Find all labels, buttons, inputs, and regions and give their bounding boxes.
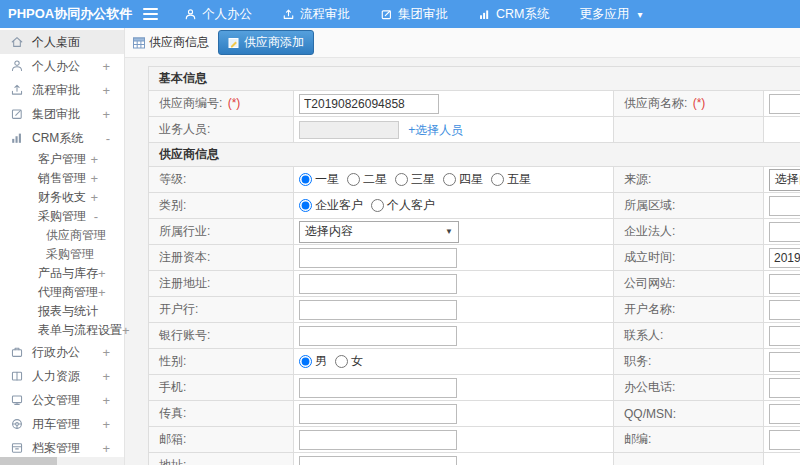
radio-option[interactable]: 一星 xyxy=(299,171,339,188)
sidebar-item-group-approval[interactable]: 集团审批 + xyxy=(0,102,124,126)
radio-option[interactable]: 女 xyxy=(335,353,363,370)
sidebar-item-document-mgmt[interactable]: 公文管理 + xyxy=(0,388,124,412)
menu-toggle-icon[interactable] xyxy=(143,8,158,20)
tab-bar: 供应商信息 供应商添加 xyxy=(125,28,800,58)
sidebar-item-label: 产品与库存 xyxy=(38,265,98,282)
radio-option[interactable]: 个人客户 xyxy=(371,197,435,214)
expander[interactable]: + xyxy=(98,266,106,281)
topnav-item-crm[interactable]: CRM系统 xyxy=(478,6,549,23)
radio-option[interactable]: 二星 xyxy=(347,171,387,188)
sidebar-item-purchasing[interactable]: 采购管理 xyxy=(0,245,124,264)
radio-label: 二星 xyxy=(363,171,387,188)
sidebar-item-personal-office[interactable]: 个人办公 + xyxy=(0,54,124,78)
gender-radio[interactable] xyxy=(299,355,312,368)
label-text: 注册地址: xyxy=(159,276,210,290)
sidebar-scrollbar-thumb[interactable] xyxy=(0,457,57,465)
topnav-item-process-approval[interactable]: 流程审批 xyxy=(282,6,350,23)
expander[interactable]: + xyxy=(122,323,130,338)
sidebar-item-form-flow-settings[interactable]: 表单与流程设置 + xyxy=(0,321,124,340)
topnav-item-group-approval[interactable]: 集团审批 xyxy=(380,6,448,23)
fax-input[interactable] xyxy=(299,404,457,424)
expander[interactable]: + xyxy=(102,393,110,408)
expander[interactable]: + xyxy=(102,441,110,456)
region-input[interactable] xyxy=(769,196,800,216)
position-input[interactable] xyxy=(769,352,800,372)
sidebar-item-hr[interactable]: 人力资源 + xyxy=(0,364,124,388)
expander[interactable]: + xyxy=(102,83,110,98)
level-radio[interactable] xyxy=(395,173,408,186)
sidebar-item-sales-mgmt[interactable]: 销售管理 + xyxy=(0,169,124,188)
zip-code-input[interactable] xyxy=(769,430,800,450)
level-radio[interactable] xyxy=(443,173,456,186)
sidebar-item-label: 销售管理 xyxy=(38,170,86,187)
qq-msn-input[interactable] xyxy=(769,404,800,424)
mobile-input[interactable] xyxy=(299,378,457,398)
sales-person-input[interactable] xyxy=(299,121,399,139)
sidebar-item-product-inventory[interactable]: 产品与库存 + xyxy=(0,264,124,283)
radio-option[interactable]: 男 xyxy=(299,353,327,370)
sidebar-item-vehicle-mgmt[interactable]: 用车管理 + xyxy=(0,412,124,436)
choose-person-link[interactable]: +选择人员 xyxy=(408,123,463,137)
bank-account-input[interactable] xyxy=(299,326,457,346)
sidebar-item-admin-office[interactable]: 行政办公 + xyxy=(0,340,124,364)
label-text: 地址: xyxy=(159,458,186,465)
topnav-item-personal-office[interactable]: 个人办公 xyxy=(184,6,252,23)
radio-option[interactable]: 四星 xyxy=(443,171,483,188)
sidebar-item-agent-mgmt[interactable]: 代理商管理 + xyxy=(0,283,124,302)
sidebar-item-purchase-mgmt[interactable]: 采购管理 - xyxy=(0,207,124,226)
tab-supplier-add[interactable]: 供应商添加 xyxy=(218,30,314,55)
supplier-name-input[interactable] xyxy=(769,94,800,114)
expander[interactable]: + xyxy=(102,345,110,360)
radio-option[interactable]: 企业客户 xyxy=(299,197,363,214)
account-name-input[interactable] xyxy=(769,300,800,320)
established-date-input[interactable] xyxy=(769,248,800,268)
legal-person-cell xyxy=(764,219,800,245)
level-radio[interactable] xyxy=(347,173,360,186)
sidebar-item-process-approval[interactable]: 流程审批 + xyxy=(0,78,124,102)
registered-capital-input[interactable] xyxy=(299,248,457,268)
expander[interactable]: - xyxy=(94,209,98,224)
row-bankaccount-contact: 银行账号: 联系人: xyxy=(149,323,800,349)
expander[interactable]: + xyxy=(102,107,110,122)
website-input[interactable] xyxy=(769,274,800,294)
expander[interactable]: + xyxy=(102,369,110,384)
level-radio[interactable] xyxy=(491,173,504,186)
source-select[interactable]: 选择内容 ▼ xyxy=(769,169,800,191)
category-radio[interactable] xyxy=(299,199,312,212)
bank-input[interactable] xyxy=(299,300,457,320)
email-input[interactable] xyxy=(299,430,457,450)
account-name-cell xyxy=(764,297,800,323)
tab-supplier-list[interactable]: 供应商信息 xyxy=(133,34,209,51)
expander[interactable]: + xyxy=(102,417,110,432)
sidebar-item-supplier-mgmt[interactable]: 供应商管理 xyxy=(0,226,124,245)
expander[interactable]: + xyxy=(90,171,98,186)
sidebar-item-crm[interactable]: CRM系统 - xyxy=(0,126,124,150)
sidebar-item-finance[interactable]: 财务收支 + xyxy=(0,188,124,207)
radio-label: 企业客户 xyxy=(315,197,363,214)
expander[interactable]: + xyxy=(90,152,98,167)
sidebar-item-personal-desktop[interactable]: 个人桌面 xyxy=(0,30,124,54)
office-phone-input[interactable] xyxy=(769,378,800,398)
category-radio[interactable] xyxy=(371,199,384,212)
registered-address-input[interactable] xyxy=(299,274,457,294)
radio-option[interactable]: 五星 xyxy=(491,171,531,188)
expander[interactable]: + xyxy=(90,190,98,205)
address-input[interactable] xyxy=(299,456,457,465)
row-mobile-officephone: 手机: 办公电话: xyxy=(149,375,800,401)
contact-input[interactable] xyxy=(769,326,800,346)
label-text: 手机: xyxy=(159,380,186,394)
sidebar-item-customer-mgmt[interactable]: 客户管理 + xyxy=(0,150,124,169)
expander[interactable]: + xyxy=(102,59,110,74)
expander[interactable]: + xyxy=(98,285,106,300)
radio-option[interactable]: 三星 xyxy=(395,171,435,188)
supplier-no-input[interactable] xyxy=(299,94,439,114)
label-text: 供应商编号: xyxy=(159,96,222,110)
level-radio[interactable] xyxy=(299,173,312,186)
gender-radio[interactable] xyxy=(335,355,348,368)
sidebar-item-reports-stats[interactable]: 报表与统计 xyxy=(0,302,124,321)
industry-select[interactable]: 选择内容 ▼ xyxy=(299,221,459,243)
legal-person-input[interactable] xyxy=(769,222,800,242)
expander[interactable]: - xyxy=(106,131,110,146)
topnav-item-more-apps[interactable]: 更多应用 ▾ xyxy=(579,6,642,23)
upload-icon xyxy=(10,83,24,97)
